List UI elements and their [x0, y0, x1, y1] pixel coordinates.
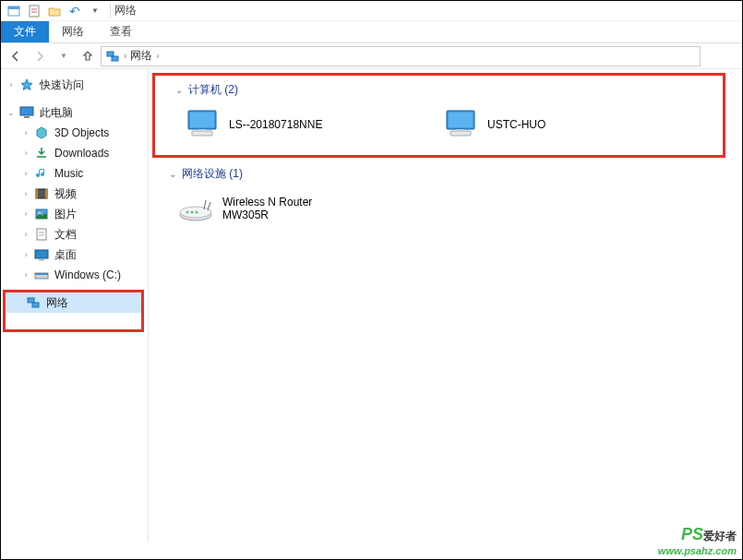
video-icon: [34, 186, 49, 201]
expand-icon[interactable]: ›: [19, 209, 32, 219]
content-pane: ⌄ 计算机 (2) LS--20180718NNE USTC-HUO: [149, 69, 742, 542]
recent-dropdown[interactable]: ▼: [53, 45, 75, 67]
qat-properties-icon[interactable]: [25, 2, 43, 20]
separator: [110, 4, 111, 18]
qat-icon[interactable]: [5, 2, 23, 20]
svg-point-29: [186, 211, 189, 214]
svg-rect-12: [37, 229, 46, 240]
3d-icon: [34, 125, 49, 140]
svg-rect-18: [32, 303, 39, 307]
svg-rect-22: [198, 129, 206, 131]
svg-rect-8: [36, 189, 38, 198]
svg-rect-9: [45, 189, 47, 198]
tree-network[interactable]: 网络: [6, 292, 141, 313]
address-bar: ▼ › 网络 ›: [1, 43, 742, 69]
svg-rect-3: [107, 52, 114, 56]
tree-label: 3D Objects: [54, 126, 109, 139]
window-title: 网络: [114, 3, 137, 18]
up-button[interactable]: [77, 45, 99, 67]
navigation-pane: › 快速访问 ⌄ 此电脑 ›3D Objects ›Downloads ›Mus…: [1, 69, 149, 542]
group-label: 网络设施 (1): [182, 166, 243, 182]
forward-button[interactable]: [29, 45, 51, 67]
svg-rect-16: [35, 273, 48, 275]
item-label-line2: MW305R: [222, 209, 312, 221]
picture-icon: [34, 207, 49, 221]
address-field[interactable]: › 网络 ›: [101, 46, 701, 66]
tree-documents[interactable]: ›文档: [1, 224, 148, 244]
expand-icon[interactable]: ›: [19, 250, 32, 259]
router-item[interactable]: Wireless N Router MW305R: [176, 189, 398, 228]
watermark: PS爱好者 www.psahz.com: [658, 526, 737, 557]
tree-label: Downloads: [54, 147, 109, 160]
svg-rect-17: [28, 298, 34, 303]
expand-icon[interactable]: ›: [19, 270, 32, 280]
tree-downloads[interactable]: ›Downloads: [1, 143, 148, 163]
qat-folder-icon[interactable]: [45, 2, 64, 20]
svg-rect-26: [457, 129, 464, 131]
star-icon: [19, 77, 34, 92]
watermark-brand: PS: [681, 525, 703, 543]
expand-icon[interactable]: ›: [19, 149, 32, 158]
group-header-devices[interactable]: ⌄ 网络设施 (1): [149, 163, 742, 184]
document-icon: [34, 227, 49, 242]
network-icon: [105, 49, 120, 64]
highlight-box: ⌄ 计算机 (2) LS--20180718NNE USTC-HUO: [152, 73, 725, 158]
tree-videos[interactable]: ›视频: [1, 184, 148, 204]
chevron-icon: ›: [156, 51, 159, 61]
tree-3d-objects[interactable]: ›3D Objects: [1, 123, 148, 143]
chevron-icon: ›: [124, 51, 126, 61]
expand-icon[interactable]: ›: [19, 169, 32, 178]
pc-icon: [19, 105, 34, 120]
download-icon: [34, 146, 49, 161]
tab-view[interactable]: 查看: [97, 21, 145, 42]
expand-icon[interactable]: ›: [5, 80, 18, 89]
tab-file[interactable]: 文件: [1, 21, 49, 42]
svg-rect-4: [112, 56, 118, 61]
tree-label: 文档: [54, 227, 77, 243]
svg-rect-13: [35, 250, 48, 258]
tree-label: 桌面: [54, 247, 77, 263]
tree-this-pc[interactable]: ⌄ 此电脑: [1, 102, 148, 123]
breadcrumb-network[interactable]: 网络: [130, 48, 152, 64]
svg-rect-25: [450, 131, 471, 136]
qat-dropdown-icon[interactable]: ▼: [86, 2, 104, 20]
tree-music[interactable]: ›Music: [1, 163, 148, 184]
desktop-icon: [34, 247, 49, 262]
tree-quick-access[interactable]: › 快速访问: [1, 75, 148, 95]
item-label: USTC-HUO: [487, 118, 545, 131]
group-header-computers[interactable]: ⌄ 计算机 (2): [155, 79, 723, 100]
svg-rect-14: [39, 259, 44, 261]
svg-rect-24: [449, 113, 473, 127]
expand-icon[interactable]: ›: [19, 189, 32, 198]
undo-icon[interactable]: ↶: [66, 2, 84, 20]
svg-rect-5: [20, 107, 33, 115]
network-icon: [26, 295, 41, 310]
collapse-icon[interactable]: ⌄: [169, 169, 176, 179]
collapse-icon[interactable]: ⌄: [175, 85, 183, 95]
tree-label: 图片: [54, 207, 77, 222]
svg-rect-21: [192, 131, 212, 136]
tree-desktop[interactable]: ›桌面: [1, 244, 148, 265]
item-label: LS--20180718NNE: [229, 118, 322, 131]
tree-drive-c[interactable]: ›Windows (C:): [1, 265, 148, 285]
tree-label: Windows (C:): [54, 268, 121, 281]
expand-icon[interactable]: ›: [19, 128, 32, 137]
tab-network[interactable]: 网络: [49, 21, 97, 42]
tree-label: Music: [54, 167, 83, 180]
group-label: 计算机 (2): [188, 82, 238, 98]
computer-icon: [183, 105, 222, 144]
computer-item[interactable]: LS--20180718NNE: [183, 105, 404, 144]
tree-label: 网络: [46, 295, 68, 311]
svg-point-30: [191, 211, 194, 214]
tree-label: 视频: [54, 186, 77, 202]
tree-pictures[interactable]: ›图片: [1, 204, 148, 224]
router-icon: [176, 189, 215, 228]
svg-rect-2: [30, 6, 39, 17]
svg-rect-6: [24, 116, 30, 118]
tree-label: 此电脑: [40, 105, 73, 121]
expand-icon[interactable]: ›: [19, 230, 32, 239]
computer-icon: [441, 105, 480, 144]
computer-item[interactable]: USTC-HUO: [441, 105, 663, 144]
back-button[interactable]: [5, 45, 27, 67]
collapse-icon[interactable]: ⌄: [5, 108, 18, 117]
